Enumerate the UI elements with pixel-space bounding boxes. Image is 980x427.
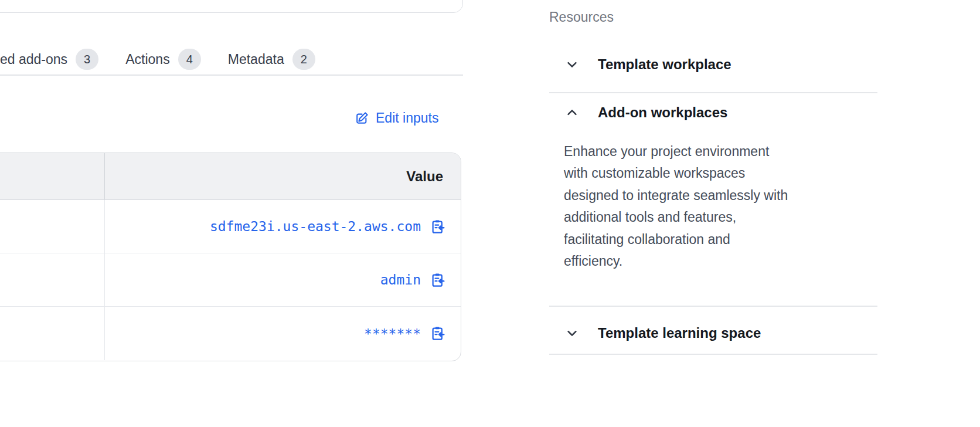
tab-installed-add-ons[interactable]: ed add-ons 3: [0, 49, 98, 70]
clipboard-copy-icon[interactable]: [430, 219, 445, 235]
section-divider: [549, 354, 877, 355]
section-template-learning-space-title: Template learning space: [598, 325, 761, 341]
section-add-on-workplaces-title: Add-on workplaces: [598, 104, 727, 121]
clipboard-copy-icon[interactable]: [430, 272, 445, 288]
clipboard-copy-icon[interactable]: [430, 326, 445, 341]
table-row: *******: [0, 307, 461, 360]
edit-inputs-button[interactable]: Edit inputs: [354, 110, 438, 126]
tab-actions-count-badge: 4: [178, 49, 201, 70]
row-name-cell: [0, 200, 105, 253]
chevron-down-icon: [564, 56, 580, 73]
table-row: admin: [0, 253, 461, 307]
tab-actions[interactable]: Actions 4: [125, 49, 201, 70]
inputs-table-header-row: Value: [0, 153, 461, 200]
section-template-workplace[interactable]: Template workplace: [549, 52, 731, 77]
chevron-up-icon: [564, 104, 580, 121]
section-add-on-workplaces[interactable]: Add-on workplaces: [549, 100, 727, 126]
row-value-cell: admin: [105, 253, 461, 306]
truncated-card-above: [0, 0, 463, 13]
table-row: sdfme23i.us-east-2.aws.com: [0, 200, 461, 253]
description-line: Enhance your project environment: [564, 141, 860, 162]
tab-metadata[interactable]: Metadata 2: [228, 49, 315, 70]
description-line: with customizable workspaces: [564, 162, 860, 184]
row-name-cell: [0, 307, 105, 360]
description-line: additional tools and features,: [564, 206, 860, 228]
section-divider: [549, 306, 877, 307]
edit-inputs-label: Edit inputs: [376, 110, 438, 126]
tab-installed-add-ons-label: ed add-ons: [0, 52, 67, 67]
description-line: designed to integrate seamlessly with: [564, 185, 860, 206]
inputs-table: Value sdfme23i.us-east-2.aws.com: [0, 152, 461, 361]
section-template-workplace-title: Template workplace: [598, 56, 731, 73]
row-value-text-masked: *******: [364, 326, 421, 341]
add-on-workplaces-description: Enhance your project environment with cu…: [564, 141, 860, 272]
section-divider: [549, 92, 877, 93]
inputs-table-header-name: [0, 153, 105, 199]
tab-metadata-count-badge: 2: [292, 49, 315, 70]
chevron-down-icon: [564, 325, 580, 341]
resources-panel-title: Resources: [549, 9, 614, 25]
description-line: efficiency.: [564, 250, 860, 272]
tab-installed-add-ons-count-badge: 3: [76, 49, 98, 70]
pencil-square-icon: [354, 111, 369, 126]
tab-actions-label: Actions: [125, 52, 169, 67]
inputs-table-header-value: Value: [105, 153, 461, 199]
row-value-cell: *******: [105, 307, 461, 360]
tab-bar-divider: [0, 74, 463, 76]
description-line: facilitating collaboration and: [564, 229, 860, 250]
section-template-learning-space[interactable]: Template learning space: [549, 320, 761, 346]
row-value-text: admin: [380, 272, 421, 287]
row-name-cell: [0, 253, 105, 306]
row-value-text: sdfme23i.us-east-2.aws.com: [210, 219, 421, 234]
tab-metadata-label: Metadata: [228, 52, 284, 67]
row-value-cell: sdfme23i.us-east-2.aws.com: [105, 200, 461, 253]
page-canvas: ed add-ons 3 Actions 4 Metadata 2 Edit i…: [0, 0, 980, 427]
tab-bar: ed add-ons 3 Actions 4 Metadata 2: [0, 46, 315, 73]
